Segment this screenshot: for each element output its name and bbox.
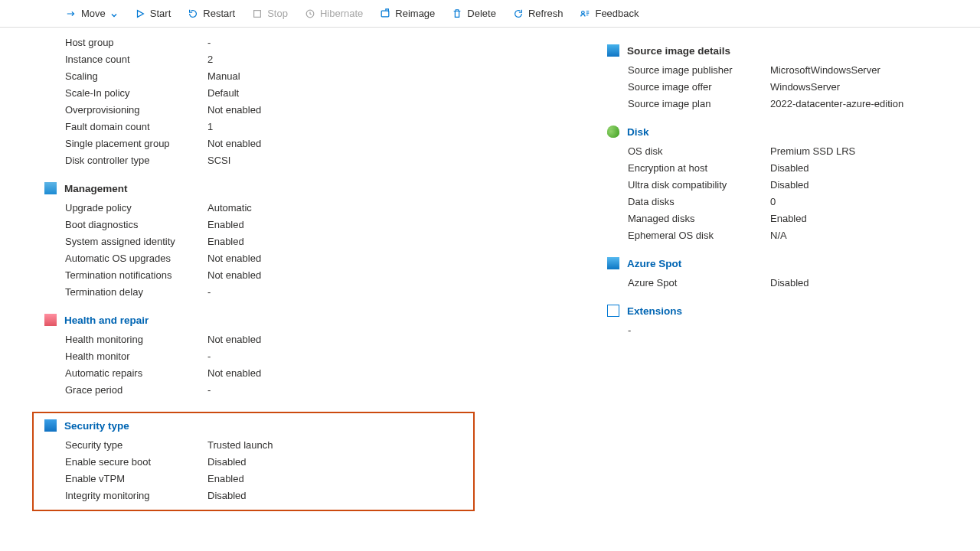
property-value: -: [207, 286, 211, 298]
left-column: Host group- Instance count2 ScalingManua…: [0, 34, 475, 511]
property-row: Enable secure bootDisabled: [65, 453, 467, 470]
property-value: -: [207, 384, 211, 396]
property-row: Host group-: [65, 34, 475, 51]
property-value: Not enabled: [207, 138, 261, 149]
property-row: Source image plan2022-datacenter-azure-e…: [628, 95, 957, 112]
property-row: Enable vTPMEnabled: [65, 470, 467, 487]
delete-button[interactable]: Delete: [444, 5, 504, 22]
property-value: Disabled: [770, 162, 809, 174]
refresh-button[interactable]: Refresh: [505, 5, 571, 22]
property-label: Enable vTPM: [65, 473, 207, 484]
property-value: Disabled: [207, 456, 247, 468]
extensions-icon: [607, 305, 619, 317]
property-label: Security type: [65, 439, 207, 451]
move-button[interactable]: Move: [58, 5, 126, 22]
property-value: SCSI: [207, 155, 230, 166]
property-label: Upgrade policy: [65, 202, 207, 214]
extensions-title[interactable]: Extensions: [627, 305, 682, 317]
property-value: 2022-datacenter-azure-edition: [770, 98, 903, 109]
property-value: Enabled: [770, 213, 807, 224]
property-label: Encryption at host: [628, 162, 770, 174]
property-row: Ephemeral OS diskN/A: [628, 227, 957, 243]
property-value: Not enabled: [207, 269, 261, 281]
property-row: Instance count2: [65, 51, 475, 67]
stop-icon: [252, 8, 263, 19]
health-icon: [44, 314, 57, 326]
move-icon: [66, 8, 77, 19]
property-value: Manual: [207, 70, 240, 82]
property-row: Source image publisherMicrosoftWindowsSe…: [628, 61, 957, 78]
property-row: Grace period-: [65, 381, 475, 398]
security-group: Security type Security typeTrusted launc…: [65, 419, 467, 504]
toolbar: Move Start Restart Stop: [0, 0, 980, 28]
property-label: OS disk: [628, 145, 770, 157]
spot-group: Azure Spot Azure SpotDisabled: [628, 257, 957, 291]
feedback-label: Feedback: [595, 8, 639, 19]
property-label: Health monitor: [65, 350, 207, 362]
property-row: Termination notificationsNot enabled: [65, 266, 475, 283]
property-value: -: [207, 350, 211, 362]
property-label: Automatic OS upgrades: [65, 253, 207, 264]
reimage-icon: [380, 8, 390, 19]
management-group: Management Upgrade policyAutomatic Boot …: [65, 182, 475, 300]
property-row: OS diskPremium SSD LRS: [628, 142, 957, 159]
restart-icon: [188, 8, 198, 19]
restart-button[interactable]: Restart: [180, 5, 243, 22]
property-value: 0: [770, 196, 776, 207]
property-row: Fault domain count1: [65, 118, 475, 135]
property-label: Source image offer: [628, 81, 770, 93]
health-title[interactable]: Health and repair: [64, 315, 149, 326]
property-label: Instance count: [65, 54, 207, 65]
disk-title[interactable]: Disk: [627, 126, 649, 138]
property-row: Security typeTrusted launch: [65, 436, 467, 453]
property-value: Default: [207, 87, 239, 99]
property-row: Boot diagnosticsEnabled: [65, 216, 475, 233]
property-row: Data disks0: [628, 193, 957, 210]
property-row: Health monitoringNot enabled: [65, 331, 475, 347]
property-label: Scale-In policy: [65, 87, 207, 99]
reimage-button[interactable]: Reimage: [372, 5, 443, 22]
property-label: Grace period: [65, 384, 207, 396]
property-value: Disabled: [770, 277, 809, 289]
restart-label: Restart: [203, 8, 235, 19]
property-value: Not enabled: [207, 253, 261, 264]
top-group: Host group- Instance count2 ScalingManua…: [65, 34, 475, 168]
security-highlight: Security type Security typeTrusted launc…: [32, 412, 475, 511]
property-value: Not enabled: [207, 104, 261, 116]
property-label: Source image publisher: [628, 64, 770, 76]
hibernate-icon: [305, 8, 315, 19]
refresh-icon: [513, 8, 524, 19]
property-row: Health monitor-: [65, 347, 475, 364]
property-value: Disabled: [207, 490, 247, 501]
management-icon: [44, 182, 57, 194]
property-label: Source image plan: [628, 98, 770, 109]
property-row: System assigned identityEnabled: [65, 233, 475, 249]
property-value: Not enabled: [207, 334, 261, 345]
property-row: Azure SpotDisabled: [628, 274, 957, 291]
image-icon: [607, 44, 619, 57]
content: Host group- Instance count2 ScalingManua…: [0, 28, 980, 511]
start-label: Start: [150, 8, 171, 19]
property-label: Automatic repairs: [65, 367, 207, 379]
property-label: Termination notifications: [65, 269, 207, 281]
property-value: WindowsServer: [770, 81, 840, 93]
delete-label: Delete: [467, 8, 496, 19]
property-value: Automatic: [207, 202, 252, 214]
hibernate-label: Hibernate: [320, 8, 363, 19]
health-group: Health and repair Health monitoringNot e…: [65, 314, 475, 398]
property-row: Automatic repairsNot enabled: [65, 364, 475, 381]
property-label: Scaling: [65, 70, 207, 82]
feedback-button[interactable]: Feedback: [572, 5, 646, 22]
property-value: N/A: [770, 230, 787, 241]
spot-title[interactable]: Azure Spot: [627, 258, 681, 269]
image-group: Source image details Source image publis…: [628, 44, 957, 112]
property-label: Data disks: [628, 196, 770, 207]
property-label: Azure Spot: [628, 277, 770, 289]
property-value: Enabled: [207, 219, 244, 230]
property-row: -: [628, 321, 957, 338]
security-title[interactable]: Security type: [64, 420, 129, 432]
property-row: Source image offerWindowsServer: [628, 78, 957, 95]
property-label: Integrity monitoring: [65, 490, 207, 501]
property-row: Single placement groupNot enabled: [65, 135, 475, 152]
start-button[interactable]: Start: [127, 5, 178, 22]
